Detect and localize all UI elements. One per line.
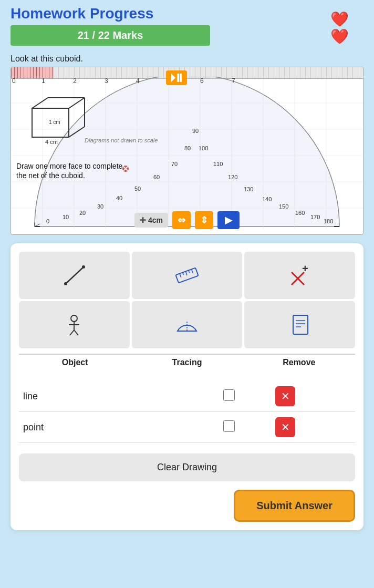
svg-text:90: 90 (192, 128, 199, 134)
svg-line-96 (70, 330, 74, 335)
svg-text:4: 4 (136, 77, 140, 85)
svg-text:6: 6 (200, 77, 204, 85)
submit-answer-button[interactable]: Submit Answer (234, 490, 355, 522)
svg-text:1: 1 (41, 77, 45, 85)
svg-text:180: 180 (324, 218, 333, 224)
svg-line-87 (185, 271, 187, 275)
svg-text:2: 2 (73, 77, 77, 85)
ruler-tool-button[interactable] (132, 252, 243, 299)
svg-text:140: 140 (262, 196, 272, 202)
horizontal-flip-button[interactable]: ⇔ (172, 211, 191, 229)
play-pause-button[interactable] (166, 70, 187, 85)
object-name-line: line (19, 381, 187, 412)
dimension-label: 4cm (148, 216, 163, 224)
svg-text:3: 3 (105, 77, 108, 85)
svg-line-81 (66, 267, 84, 284)
table-row: line ✕ (19, 381, 355, 412)
move-icon: ✛ (140, 216, 146, 224)
svg-text:+: + (302, 263, 308, 274)
svg-line-88 (189, 270, 190, 273)
line-checkbox-cell (187, 381, 271, 412)
svg-text:130: 130 (244, 186, 253, 192)
tool-grid: + (19, 252, 355, 348)
svg-point-93 (71, 315, 77, 322)
svg-text:Diagrams not drawn to scale: Diagrams not drawn to scale (85, 137, 158, 143)
clear-drawing-button[interactable]: Clear Drawing (19, 453, 355, 481)
line-remove-button[interactable]: ✕ (275, 386, 295, 406)
svg-line-85 (180, 274, 181, 278)
svg-text:150: 150 (279, 203, 288, 210)
problem-instruction: Look at this cuboid. (11, 54, 363, 64)
svg-text:30: 30 (97, 203, 103, 210)
table-row: point ✕ (19, 412, 355, 443)
svg-text:4 cm: 4 cm (45, 139, 58, 145)
tool-labels: Object Tracing Remove (19, 354, 355, 373)
canvas-toolbar: ✛ 4cm ⇔ ⇕ ▶ (134, 211, 240, 229)
remove-label: Remove (243, 354, 355, 373)
tracing-label: Tracing (131, 354, 243, 373)
protractor-container: 180 170 160 150 140 130 120 110 100 90 8… (11, 77, 363, 229)
svg-text:50: 50 (134, 185, 141, 192)
progress-text: 21 / 22 Marks (78, 29, 143, 41)
line-remove-cell: ✕ (271, 381, 355, 412)
svg-text:10: 10 (63, 214, 69, 220)
objects-table: line ✕ point ✕ (19, 381, 355, 443)
pin-tool-button[interactable] (19, 301, 130, 348)
svg-text:40: 40 (116, 195, 122, 201)
progress-bar: 21 / 22 Marks (11, 25, 210, 46)
add-remove-tool-button[interactable]: + (244, 252, 355, 299)
tool-panel: + (11, 243, 363, 530)
object-label: Object (19, 354, 131, 373)
page-title: Homework Progress (11, 5, 153, 22)
svg-text:the net of the cuboid.: the net of the cuboid. (16, 171, 85, 180)
svg-point-82 (64, 282, 67, 285)
svg-text:0: 0 (46, 218, 49, 224)
vertical-flip-button[interactable]: ⇕ (195, 211, 213, 229)
svg-text:110: 110 (213, 161, 223, 167)
svg-text:160: 160 (295, 210, 305, 216)
line-tool-button[interactable] (19, 252, 130, 299)
svg-line-97 (74, 330, 78, 335)
svg-text:70: 70 (171, 161, 178, 167)
svg-text:0: 0 (12, 77, 16, 85)
forward-button[interactable]: ▶ (217, 211, 240, 229)
svg-line-89 (192, 269, 193, 273)
protractor-tool-button[interactable] (132, 301, 243, 348)
object-name-point: point (19, 412, 187, 443)
svg-text:120: 120 (228, 174, 237, 180)
svg-marker-78 (171, 74, 175, 82)
point-remove-button[interactable]: ✕ (275, 417, 295, 437)
svg-rect-100 (293, 315, 308, 334)
svg-point-83 (82, 265, 85, 269)
move-button[interactable]: ✛ 4cm (134, 213, 168, 228)
page-tool-button[interactable] (244, 301, 355, 348)
point-checkbox-cell (187, 412, 271, 443)
point-remove-cell: ✕ (271, 412, 355, 443)
svg-line-86 (183, 273, 184, 275)
svg-text:20: 20 (79, 210, 86, 216)
svg-text:Draw one more face to complete: Draw one more face to complete (16, 162, 123, 170)
svg-text:7: 7 (232, 77, 235, 85)
svg-text:170: 170 (310, 214, 320, 220)
svg-rect-79 (177, 74, 179, 82)
point-checkbox[interactable] (223, 420, 235, 432)
hearts-display: ❤️❤️ (330, 11, 363, 45)
svg-text:60: 60 (153, 174, 160, 180)
svg-text:80: 80 (184, 145, 191, 151)
svg-rect-80 (180, 74, 182, 82)
drawing-canvas[interactable]: 180 170 160 150 140 130 120 110 100 90 8… (11, 67, 363, 235)
svg-text:1 cm: 1 cm (49, 119, 60, 125)
line-checkbox[interactable] (223, 389, 235, 401)
